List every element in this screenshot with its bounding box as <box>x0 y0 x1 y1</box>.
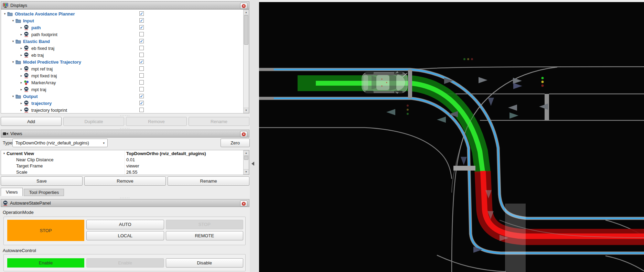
displays-scrollbar-thumb[interactable] <box>244 15 248 45</box>
splitter-handle[interactable]: ······ <box>1 127 249 130</box>
display-tree-row[interactable]: ▸mpt fixed traj <box>1 72 249 79</box>
add-button[interactable]: Add <box>1 117 62 126</box>
save-button[interactable]: Save <box>1 176 83 186</box>
expand-icon[interactable]: ▸ <box>19 81 24 84</box>
collapse-icon[interactable]: ▾ <box>11 19 15 22</box>
display-enabled-checkbox[interactable] <box>139 32 144 36</box>
autoware-icon <box>24 25 30 30</box>
display-item-label: eb traj <box>31 53 44 58</box>
tab-views[interactable]: Views <box>1 188 23 196</box>
display-tree-row[interactable]: ▾Obstacle Avoidance Planner✓ <box>1 10 249 17</box>
property-value[interactable]: viewer <box>126 163 139 168</box>
collapse-icon[interactable]: ▾ <box>2 12 7 15</box>
displays-panel-header[interactable]: Displays ✕ <box>1 1 249 9</box>
display-tree-row[interactable]: ▾Input✓ <box>1 17 249 24</box>
display-enabled-checkbox[interactable]: ✓ <box>139 101 144 105</box>
expand-icon[interactable]: ▸ <box>19 108 24 112</box>
scroll-down-icon[interactable]: ▼ <box>244 169 249 174</box>
expand-icon[interactable]: ▸ <box>19 33 24 36</box>
display-tree-row[interactable]: ▸trajectory footprint <box>1 107 249 113</box>
state-panel-header[interactable]: AutowareStatePanel ✕ <box>1 199 249 207</box>
display-tree-row[interactable]: ▸path✓ <box>1 24 249 31</box>
display-enabled-checkbox[interactable]: ✓ <box>139 94 144 98</box>
collapse-icon[interactable]: ▾ <box>11 60 15 64</box>
display-enabled-checkbox[interactable] <box>139 66 144 71</box>
display-tree-row[interactable]: ▸trajectory✓ <box>1 100 249 107</box>
display-tree-row[interactable]: ▸MarkerArray <box>1 79 249 86</box>
rename-button[interactable]: Rename <box>168 176 249 186</box>
local-button[interactable]: LOCAL <box>86 231 164 241</box>
view-property-row[interactable]: ▾Current ViewTopDownOrtho (rviz_default_… <box>1 150 249 156</box>
scroll-up-icon[interactable]: ▲ <box>244 10 249 15</box>
stop-button[interactable]: STOP <box>166 220 244 229</box>
display-tree-row[interactable]: ▸eb traj <box>1 52 249 58</box>
disable-button[interactable]: Disable <box>166 258 244 268</box>
display-enabled-checkbox[interactable]: ✓ <box>139 18 144 23</box>
property-value[interactable]: TopDownOrtho (rviz_default_plugins) <box>126 151 206 156</box>
display-item-label: Elastic Band <box>23 39 50 44</box>
display-tree-row[interactable]: ▾Output✓ <box>1 93 249 100</box>
expand-icon[interactable]: ▸ <box>19 53 24 57</box>
expand-icon[interactable]: ▸ <box>19 67 24 70</box>
folder-icon <box>15 39 21 44</box>
expand-icon[interactable]: ▸ <box>19 101 24 105</box>
displays-scrollbar[interactable]: ▲ ▼ <box>243 10 249 113</box>
collapse-icon[interactable]: ▾ <box>11 40 15 43</box>
chevron-down-icon: ▾ <box>103 141 105 145</box>
display-enabled-checkbox[interactable] <box>139 87 144 91</box>
display-tree-row[interactable]: ▾Elastic Band✓ <box>1 38 249 45</box>
views-panel-header[interactable]: Views ✕ <box>1 130 249 138</box>
enable-button[interactable]: Enable <box>86 258 164 268</box>
close-state-panel-button[interactable]: ✕ <box>240 200 247 207</box>
view-property-row[interactable]: Target Frameviewer <box>1 163 249 169</box>
zero-button[interactable]: Zero <box>221 139 250 147</box>
display-enabled-checkbox[interactable]: ✓ <box>139 39 144 43</box>
property-value[interactable]: 0.01 <box>126 157 135 162</box>
duplicate-button[interactable]: Duplicate <box>63 117 124 126</box>
expand-icon[interactable]: ▸ <box>19 88 24 91</box>
rename-button[interactable]: Rename <box>189 117 249 126</box>
display-tree-row[interactable]: ▸path footprint <box>1 31 249 38</box>
display-enabled-checkbox[interactable]: ✓ <box>139 59 144 64</box>
display-tree-row[interactable]: ▸mpt ref traj <box>1 65 249 72</box>
views-scrollbar-thumb[interactable] <box>244 156 248 160</box>
remote-button[interactable]: REMOTE <box>166 231 244 241</box>
remove-button[interactable]: Remove <box>84 176 166 186</box>
panel-collapse-icon[interactable] <box>251 162 254 166</box>
display-enabled-checkbox[interactable] <box>139 46 144 50</box>
folder-icon <box>15 59 21 65</box>
scroll-down-icon[interactable]: ▼ <box>244 108 249 113</box>
3d-viewport[interactable] <box>259 0 644 272</box>
expand-icon[interactable]: ▸ <box>19 46 24 50</box>
close-views-button[interactable]: ✕ <box>240 131 247 137</box>
remove-button[interactable]: Remove <box>126 117 187 126</box>
display-enabled-checkbox[interactable]: ✓ <box>139 11 144 16</box>
display-enabled-checkbox[interactable]: ✓ <box>139 25 144 30</box>
panel-resize-strip[interactable] <box>250 0 259 272</box>
display-tree-row[interactable]: ▾Model Predictive Trajectory✓ <box>1 58 249 65</box>
view-type-select[interactable]: TopDownOrtho (rviz_default_plugins) ▾ <box>12 139 108 147</box>
display-enabled-checkbox[interactable] <box>139 53 144 57</box>
collapse-icon[interactable]: ▾ <box>2 152 7 155</box>
display-enabled-checkbox[interactable] <box>139 73 144 78</box>
view-property-row[interactable]: Near Clip Distance0.01 <box>1 156 249 163</box>
scroll-up-icon[interactable]: ▲ <box>244 151 249 156</box>
tab-tool-properties[interactable]: Tool Properties <box>24 189 64 196</box>
auto-button[interactable]: AUTO <box>86 220 164 229</box>
display-enabled-checkbox[interactable] <box>139 108 144 112</box>
display-tree-row[interactable]: ▸mpt traj <box>1 86 249 93</box>
collapse-icon[interactable]: ▾ <box>11 95 15 98</box>
display-tree-row[interactable]: ▸eb fixed traj <box>1 45 249 52</box>
close-displays-button[interactable]: ✕ <box>240 3 247 9</box>
display-item-label: mpt fixed traj <box>31 73 57 78</box>
expand-icon[interactable]: ▸ <box>19 74 24 77</box>
property-value[interactable]: 26.55 <box>126 170 138 175</box>
map-area-overlay <box>505 204 526 272</box>
views-scrollbar[interactable]: ▲ ▼ <box>243 150 249 175</box>
display-item-label: mpt ref traj <box>31 66 53 72</box>
splitter-handle[interactable]: ······ <box>1 196 249 199</box>
expand-icon[interactable]: ▸ <box>19 26 24 29</box>
view-property-row[interactable]: Scale26.55 <box>1 169 249 175</box>
display-enabled-checkbox[interactable] <box>139 80 144 85</box>
splitter-handle[interactable]: ······ <box>1 114 249 117</box>
